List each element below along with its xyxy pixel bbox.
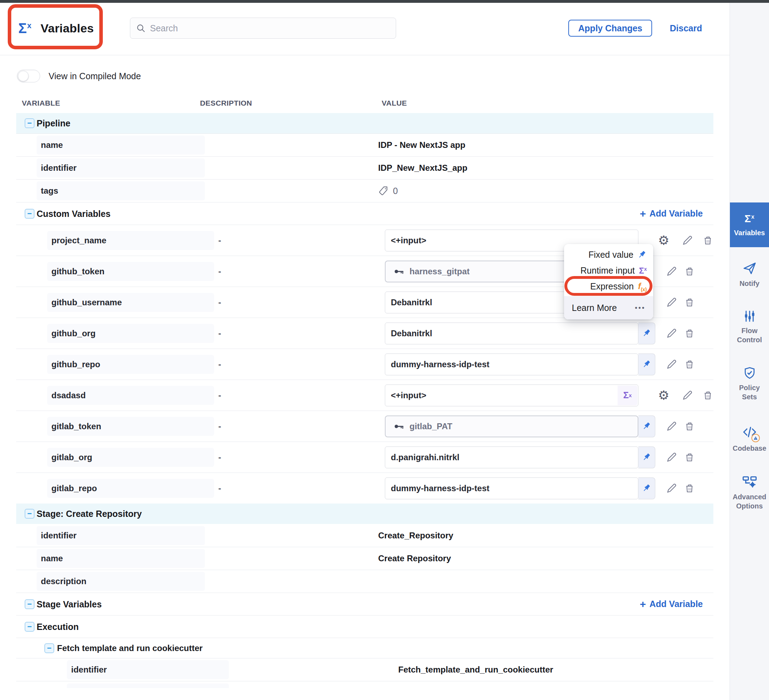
key-icon [393,266,405,277]
delete-trash-icon[interactable] [682,419,697,433]
table-row: github_org - Debanitrkl [16,318,713,349]
settings-gear-icon[interactable]: ⚙ [657,233,671,248]
edit-pencil-icon[interactable] [680,388,694,402]
variable-name-chip: dsadasd [47,386,214,405]
variable-name-chip: identifier [67,660,229,679]
add-variable-button[interactable]: + Add Variable [640,599,703,610]
pin-icon [638,250,647,259]
learn-more-item[interactable]: Learn More ••• [564,296,653,319]
collapse-icon[interactable]: − [44,643,54,653]
edit-pencil-icon[interactable] [664,419,679,433]
section-title: Fetch template and run cookiecutter [57,643,203,653]
sidebar-item-codebase[interactable]: Codebase [730,425,769,453]
section-execution: − Execution [16,615,713,638]
menu-item-runtime-input[interactable]: Runtime input Σx [564,263,653,278]
collapse-icon[interactable]: − [25,599,34,609]
delete-trash-icon[interactable] [682,327,697,341]
tags-count: 0 [393,186,398,196]
edit-pencil-icon[interactable] [680,233,694,248]
runtime-input-sigma-badge[interactable]: Σx [618,386,637,405]
plus-icon: + [640,208,646,219]
sliders-icon [743,309,757,323]
pin-button[interactable] [639,446,655,468]
variable-name-chip: github_org [47,324,214,343]
collapse-icon[interactable]: − [25,509,34,519]
pin-icon [642,329,652,338]
discard-button[interactable]: Discard [670,23,702,34]
variables-sigma-icon: Σx [745,213,755,225]
section-title: Execution [37,621,79,632]
value-input[interactable]: dummy-harness-idp-test [385,354,639,375]
delete-trash-icon[interactable] [682,295,697,309]
pin-button[interactable] [639,415,655,437]
edit-pencil-icon[interactable] [664,481,679,496]
secret-value-input[interactable]: gitlab_PAT [385,415,639,437]
sidebar-item-variables[interactable]: Σx Variables [730,203,769,247]
compiled-mode-label: View in Compiled Mode [48,71,141,81]
section-title: Stage Variables [37,599,102,609]
paper-plane-icon [742,261,757,276]
value-input[interactable]: dummy-harness-idp-test [385,478,639,499]
section-title: Pipeline [37,118,71,129]
edit-pencil-icon[interactable] [664,295,679,309]
menu-item-fixed-value[interactable]: Fixed value [564,247,653,263]
sidebar-item-notify[interactable]: Notify [730,261,769,288]
collapse-icon[interactable]: − [25,209,34,219]
section-step-group: − Fetch template and run cookiecutter [16,638,713,658]
section-title: Custom Variables [37,208,111,219]
settings-gear-icon[interactable]: ⚙ [657,388,671,402]
pin-button[interactable] [639,354,655,375]
pin-icon [642,453,652,462]
sidebar-item-advanced-options[interactable]: AdvancedOptions [730,474,769,510]
section-title: Stage: Create Repository [37,509,142,519]
pin-button[interactable] [639,478,655,499]
table-row: github_repo - dummy-harness-idp-test [16,349,713,380]
search-icon [136,23,146,33]
value-input[interactable]: d.panigrahi.nitrkl [385,446,639,468]
variable-value: Create Repository [378,554,451,563]
section-custom-variables: − Custom Variables + Add Variable [16,202,713,225]
edit-pencil-icon[interactable] [664,451,679,464]
variable-value: Create_Repository [378,531,453,541]
apply-changes-button[interactable]: Apply Changes [568,20,652,37]
delete-trash-icon[interactable] [682,481,697,496]
sigma-icon: Σx [639,266,647,276]
variables-sigma-icon: Σx [18,21,31,36]
sidebar-item-policy-sets[interactable]: PolicySets [730,366,769,401]
delete-trash-icon[interactable] [701,233,715,248]
collapse-icon[interactable]: − [25,622,34,632]
search-input[interactable] [130,18,396,39]
table-row: dsadasd - <+input> Σx ⚙ [16,380,713,410]
sidebar-item-flow-control[interactable]: FlowControl [730,309,769,344]
edit-pencil-icon[interactable] [664,264,679,278]
add-variable-button[interactable]: + Add Variable [640,208,703,219]
table-row: tags 0 [16,179,713,202]
table-row: gitlab_org - d.panigrahi.nitrkl [16,441,713,473]
edit-pencil-icon[interactable] [664,357,679,372]
search-field[interactable] [150,23,361,34]
delete-trash-icon[interactable] [682,451,697,464]
column-description: DESCRIPTION [200,99,252,108]
compiled-mode-toggle[interactable] [17,70,40,82]
value-input[interactable]: Debanitrkl [385,323,639,344]
warning-badge-icon [751,434,760,442]
pin-button[interactable] [639,323,655,344]
value-input[interactable]: <+input> Σx [385,385,639,406]
delete-trash-icon[interactable] [701,388,715,402]
variable-value: IDP - New NextJS app [378,140,465,150]
delete-trash-icon[interactable] [682,357,697,372]
variable-name-chip: tags [37,181,205,200]
section-stage: − Stage: Create Repository [16,504,713,524]
collapse-icon[interactable]: − [25,118,34,128]
top-window-bar [0,0,769,3]
delete-trash-icon[interactable] [682,264,697,278]
key-icon [393,421,405,432]
variable-value: Fetch_template_and_run_cookiecutter [398,665,553,675]
variable-name-chip: github_token [47,262,214,281]
panel-header: Σx Variables Apply Changes Discard [0,3,730,55]
flowchart-gear-icon [742,474,758,489]
table-row: description [16,570,713,592]
menu-item-expression[interactable]: Expression f(x) [564,278,653,294]
variable-name-chip: github_username [47,293,214,312]
edit-pencil-icon[interactable] [664,327,679,341]
